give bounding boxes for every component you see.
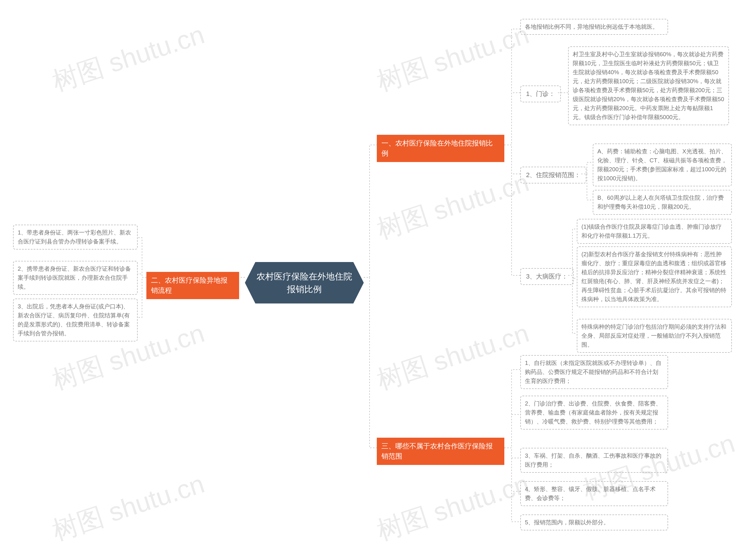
leaf-s3-1: 1、自行就医（未指定医院就医或不办理转诊单）、自购药品、公费医疗规定不能报销的药… — [520, 355, 668, 389]
leaf-s1-sub2a: A、药费：辅助检查：心脑电图、X光透视、拍片、化验、理疗、针灸、CT、核磁共振等… — [593, 144, 732, 186]
watermark: 树图 shutu.cn — [372, 165, 533, 248]
leaf-s3-5: 5、报销范围内，限额以外部分。 — [520, 514, 668, 530]
leaf-s3-4: 4、矫形、整容、镶牙、假肢、脏器移植、点名手术费、会诊费等； — [520, 481, 668, 506]
section-node-2: 二、农村医疗保险异地报销流程 — [146, 272, 239, 299]
leaf-s3-2: 2、门诊治疗费、出诊费、住院费、伙食费、陪客费、营养费、输血费（有家庭储血者除外… — [520, 396, 668, 429]
watermark: 树图 shutu.cn — [48, 17, 209, 100]
leaf-s2-2: 2、携带患者身份证、新农合医疗证和转诊备案手续到转诊医院就医，办理新农合住院手续… — [13, 261, 138, 295]
watermark: 树图 shutu.cn — [372, 17, 533, 100]
leaf-s3-3: 3、车祸、打架、自杀、酗酒、工伤事故和医疗事故的医疗费用； — [520, 448, 668, 473]
section-node-3: 三、哪些不属于农村合作医疗保险报销范围 — [377, 438, 504, 465]
leaf-s1-sub2b: B、60周岁以上老人在兴塔镇卫生院住院，治疗费和护理费每天补偿10元，限额200… — [593, 190, 732, 215]
watermark: 树图 shutu.cn — [48, 466, 209, 549]
leaf-s1-intro: 各地报销比例不同，异地报销比例远低于本地就医。 — [520, 19, 668, 35]
watermark: 树图 shutu.cn — [372, 316, 533, 398]
sub-label-zhuyuan: 2、住院报销范围： — [520, 167, 586, 184]
root-node: 农村医疗保险在外地住院报销比例 — [245, 262, 364, 303]
leaf-s2-3: 3、出院后，凭患者本人身份证(或户口本)、新农合医疗证、病历复印件、住院结算单(… — [13, 299, 138, 342]
watermark: 树图 shutu.cn — [372, 466, 533, 549]
section-node-1: 一、农村医疗保险在外地住院报销比例 — [377, 135, 504, 162]
sub-label-dabing: 3、大病医疗： — [520, 268, 574, 285]
leaf-s1-sub1: 村卫生室及村中心卫生室就诊报销60%，每次就诊处方药费限额10元，卫生院医生临时… — [568, 46, 729, 125]
sub-label-menzhen: 1、门诊： — [520, 86, 561, 102]
leaf-s2-1: 1、带患者身份证、两张一寸彩色照片、新农合医疗证到县合管办办理转诊备案手续。 — [13, 225, 138, 250]
leaf-s1-sub3b: (2)新型农村合作医疗基金报销支付特殊病种有：恶性肿瘤化疗、放疗；重症尿毒症的血… — [577, 246, 732, 307]
leaf-s1-sub3a: (1)镇级合作医疗住院及尿毒症门诊血透、肿瘤门诊放疗和化疗补偿年限额1.1万元。 — [577, 219, 732, 244]
leaf-s1-sub3c: 特殊病种的特定门诊治疗包括治疗期间必须的支持疗法和全身、局部反应对症处理，一般辅… — [577, 319, 732, 353]
